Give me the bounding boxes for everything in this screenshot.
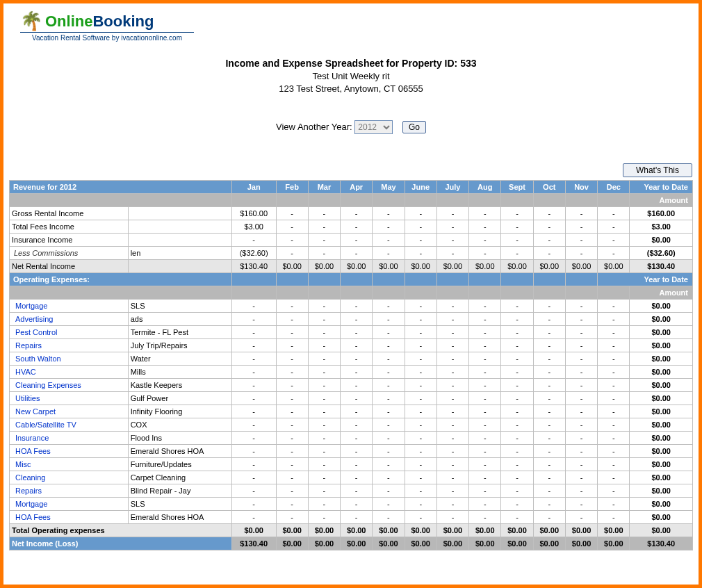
revenue-month: - [276,207,308,220]
revenue-category: Gross Rental Income [10,207,129,220]
year-select[interactable]: 2012 [354,120,393,134]
revenue-month: - [436,234,468,247]
spacer [469,273,501,286]
expense-month: - [308,339,340,352]
expense-month: - [276,432,308,445]
expense-month: - [405,326,436,339]
go-button[interactable]: Go [402,121,426,133]
spacer [469,286,501,300]
expense-category-link[interactable]: Repairs [10,484,129,498]
expense-month: - [436,418,468,432]
spacer [276,194,308,207]
expense-month: - [373,392,405,405]
expense-category-link[interactable]: Insurance [10,432,129,445]
revenue-category: Insurance Income [10,234,129,247]
revenue-month: - [405,234,436,247]
spacer [436,286,468,300]
expense-month: - [231,352,276,366]
expense-category-link[interactable]: Utilities [10,392,129,405]
revenue-month: - [308,207,340,220]
expense-category-link[interactable]: Pest Control [10,326,129,339]
expense-ytd: $0.00 [630,432,693,445]
total-expense-month: $0.00 [469,524,501,537]
spacer [501,194,533,207]
expense-month: - [308,313,340,326]
expense-category-link[interactable]: HOA Fees [10,445,129,458]
palm-icon: 🌴 [20,10,42,32]
expense-month: - [308,511,340,524]
expense-month: - [276,445,308,458]
revenue-category: Less Commissions [10,247,129,260]
revenue-ytd: ($32.60) [630,247,693,260]
net-rental-month: $0.00 [405,260,436,273]
whats-this-button[interactable]: What's This [623,163,692,177]
expense-category-link[interactable]: Cleaning Expenses [10,379,129,392]
total-expense-ytd: $0.00 [630,524,693,537]
expense-ytd: $0.00 [630,392,693,405]
revenue-category: Total Fees Income [10,220,129,234]
expense-category-link[interactable]: Mortgage [10,498,129,511]
spacer [405,273,436,286]
revenue-section-label: Revenue for 2012 [10,181,232,194]
net-income-month: $0.00 [405,537,436,550]
expense-category-link[interactable]: Advertising [10,313,129,326]
net-income-label: Net Income (Loss) [10,537,232,550]
spacer [501,286,533,300]
expense-category-link[interactable]: Mortgage [10,300,129,313]
expense-category-link[interactable]: South Walton [10,352,129,366]
net-rental-jan: $130.40 [231,260,276,273]
net-rental-month: $0.00 [565,260,597,273]
spacer [598,194,630,207]
expense-month: - [341,432,373,445]
net-income-month: $0.00 [373,537,405,550]
expense-month: - [276,339,308,352]
expense-category-link[interactable]: Cable/Satellite TV [10,418,129,432]
expense-month: - [405,445,436,458]
expense-category-link[interactable]: HVAC [10,366,129,379]
expense-ytd: $0.00 [630,445,693,458]
logo-online: Online [45,13,92,30]
expense-month: - [565,484,597,498]
expense-month: - [231,458,276,471]
revenue-month: - [341,234,373,247]
ytd-header: Year to Date [630,181,693,194]
revenue-jan: $160.00 [231,207,276,220]
expense-month: - [533,352,565,366]
expense-category-link[interactable]: Cleaning [10,471,129,484]
net-rental-month: $0.00 [276,260,308,273]
expense-month: - [373,326,405,339]
expense-month: - [533,339,565,352]
expense-category-link[interactable]: Misc [10,458,129,471]
expense-month: - [373,432,405,445]
expense-month: - [501,498,533,511]
expense-month: - [405,418,436,432]
expense-vendor: COX [128,418,231,432]
expense-month: - [533,313,565,326]
revenue-month: - [469,220,501,234]
expense-month: - [598,392,630,405]
revenue-month: - [405,220,436,234]
revenue-ytd: $3.00 [630,220,693,234]
expense-month: - [231,418,276,432]
expense-vendor: Emerald Shores HOA [128,511,231,524]
net-income-month: $0.00 [598,537,630,550]
total-expense-month: $0.00 [501,524,533,537]
expense-month: - [436,379,468,392]
month-header: Mar [308,181,340,194]
revenue-month: - [565,220,597,234]
expense-month: - [598,366,630,379]
expense-month: - [598,511,630,524]
month-header: Aug [469,181,501,194]
expense-category-link[interactable]: Repairs [10,339,129,352]
expense-month: - [469,392,501,405]
year-label: View Another Year: [276,122,352,132]
expense-category-link[interactable]: New Carpet [10,405,129,418]
spacer [231,286,276,300]
expense-month: - [501,471,533,484]
expense-month: - [308,418,340,432]
expense-vendor: July Trip/Repairs [128,339,231,352]
expense-category-link[interactable]: HOA Fees [10,511,129,524]
expense-month: - [373,366,405,379]
expense-month: - [405,392,436,405]
expense-month: - [598,445,630,458]
